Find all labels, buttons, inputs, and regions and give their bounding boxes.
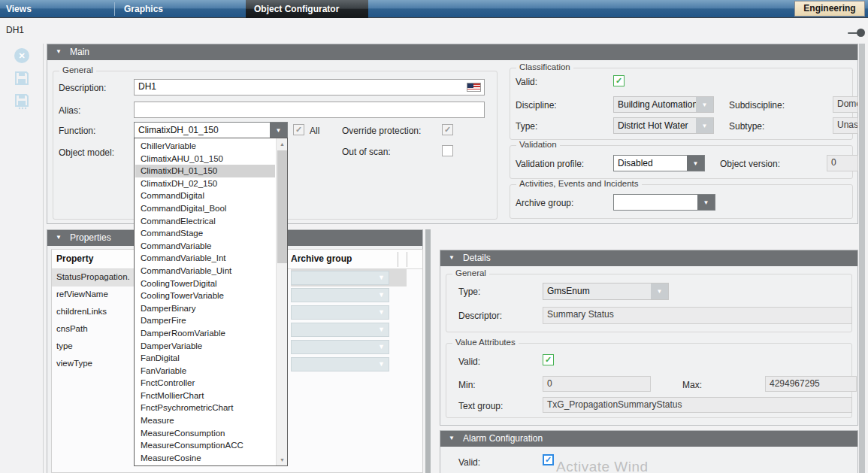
dropdown-item[interactable]: FnctMollierChart	[135, 390, 275, 402]
property-name-cell[interactable]: type	[52, 338, 136, 356]
dropdown-item[interactable]: CoolingTowerDigital	[135, 277, 275, 290]
archive-group-cell-combobox[interactable]: ▼	[291, 305, 389, 320]
tab-object-configurator[interactable]: Object Configurator	[246, 0, 368, 18]
dropdown-item[interactable]: CommandElectrical	[135, 215, 275, 228]
dropdown-item[interactable]: CoolingTowerVariable	[135, 290, 275, 302]
dropdown-item[interactable]: MeasureConsumptionACC	[135, 439, 275, 452]
type-combobox[interactable]: District Hot Water ▼	[613, 117, 714, 134]
collapse-icon: ▼	[449, 254, 455, 261]
chevron-down-icon: ▼	[697, 195, 715, 210]
dropdown-item[interactable]: DamperFire	[135, 314, 275, 327]
column-divider[interactable]	[407, 252, 407, 267]
object-version-field[interactable]: 0	[827, 155, 858, 171]
property-name-cell[interactable]: cnsPath	[52, 321, 136, 338]
property-name-cell[interactable]: StatusPropagation.	[52, 269, 136, 287]
dropdown-scrollbar[interactable]: ▲ ▼	[276, 138, 287, 465]
max-field[interactable]: 4294967295	[765, 376, 857, 392]
property-name-cell[interactable]: refViewName	[52, 287, 136, 304]
dropdown-item[interactable]: MeasureConsumption	[135, 427, 275, 440]
chevron-down-icon: ▼	[378, 360, 385, 368]
discard-icon[interactable]: ✕	[14, 48, 29, 63]
collapse-icon: ▼	[56, 234, 62, 241]
dropdown-item[interactable]: ChillerVariable	[135, 140, 275, 153]
dropdown-item[interactable]: DamperBinary	[135, 302, 275, 315]
panel-splitter[interactable]	[425, 229, 431, 473]
descriptor-label: Descriptor:	[458, 311, 502, 321]
section-title: Details	[463, 253, 491, 263]
description-input[interactable]: DH1	[134, 79, 485, 96]
scrollbar-thumb[interactable]	[277, 150, 287, 263]
alias-label: Alias:	[59, 105, 80, 116]
subdiscipline-combobox[interactable]: Dome	[833, 96, 858, 113]
archive-group-column-header[interactable]: Archive group	[291, 253, 352, 264]
override-protection-checkbox[interactable]: ✓	[442, 124, 453, 135]
dropdown-item[interactable]: FanVariable	[135, 365, 275, 377]
auto-hide-handle[interactable]	[857, 29, 865, 37]
dropdown-item[interactable]: ClimatixAHU_01_150	[135, 153, 275, 165]
out-of-scan-checkbox[interactable]	[442, 145, 453, 156]
archive-group-cell-combobox[interactable]: ▼	[291, 271, 389, 285]
dropdown-item[interactable]: ClimatixDH_02_150	[135, 177, 275, 190]
scroll-up-icon[interactable]: ▲	[277, 138, 288, 150]
dropdown-item[interactable]: CommandVariable_Uint	[135, 265, 275, 277]
toolbar-divider	[43, 44, 44, 473]
override-protection-label: Override protection:	[342, 126, 421, 136]
dropdown-item[interactable]: DamperVariable	[135, 340, 275, 353]
min-label: Min:	[458, 380, 476, 390]
alias-input[interactable]	[134, 102, 485, 118]
discipline-combobox[interactable]: Building Automation ▼	[613, 96, 714, 113]
details-section-header[interactable]: ▼ Details	[440, 250, 857, 266]
function-dropdown-list: ChillerVariableClimatixAHU_01_150Climati…	[135, 140, 275, 464]
archive-group-cell-combobox[interactable]: ▼	[291, 340, 389, 354]
property-column-header[interactable]: Property	[56, 253, 93, 264]
dropdown-item[interactable]: DamperRoomVariable	[135, 327, 275, 340]
descriptor-field[interactable]: Summary Status	[543, 307, 852, 324]
function-combobox[interactable]: ClimatixDH_01_150 ▼	[134, 122, 288, 138]
section-title: Properties	[70, 232, 111, 243]
object-model-label: Object model:	[59, 147, 114, 158]
scroll-down-icon[interactable]: ▼	[277, 454, 288, 465]
dropdown-item[interactable]: CommandDigital	[135, 190, 275, 202]
groupbox-legend: Validation	[516, 140, 560, 149]
main-section-header[interactable]: ▼ Main	[47, 44, 857, 60]
save-icon[interactable]	[14, 71, 29, 86]
dropdown-item[interactable]: CommandVariable	[135, 240, 275, 253]
groupbox-legend: Value Attributes	[452, 338, 519, 347]
dropdown-item[interactable]: CommandDigital_Bool	[135, 202, 275, 215]
dropdown-item[interactable]: Measure	[135, 414, 275, 427]
validation-profile-combobox[interactable]: Disabled ▼	[613, 155, 705, 171]
alarm-section-header[interactable]: ▼ Alarm Configuration	[440, 431, 857, 447]
property-name-cell[interactable]: childrenLinks	[52, 304, 136, 321]
classification-valid-checkbox[interactable]: ✓	[613, 75, 625, 86]
dropdown-item[interactable]: FnctPsychrometricChart	[135, 402, 275, 414]
dropdown-item[interactable]: FnctController	[135, 377, 275, 390]
text-group-field[interactable]: TxG_PropagationSummaryStatus	[543, 397, 852, 413]
save-as-icon[interactable]	[14, 93, 29, 110]
chevron-down-icon: ▼	[378, 274, 385, 281]
text-group-label: Text group:	[458, 401, 503, 411]
details-type-combobox[interactable]: GmsEnum ▼	[543, 283, 669, 300]
subtype-combobox[interactable]: Unass	[833, 117, 858, 134]
archive-group-cell-combobox[interactable]: ▼	[291, 288, 389, 302]
min-field[interactable]: 0	[543, 376, 651, 392]
section-title: Main	[70, 47, 89, 57]
property-name-cell[interactable]: viewType	[52, 356, 136, 373]
dropdown-item[interactable]: CommandVariable_Int	[135, 252, 275, 265]
archive-group-combobox[interactable]: ▼	[613, 194, 715, 211]
dropdown-item[interactable]: CommandStage	[135, 227, 275, 240]
tab-graphics[interactable]: Graphics	[124, 4, 163, 14]
groupbox-legend: Activities, Events and Incidents	[516, 179, 642, 188]
column-divider[interactable]	[398, 252, 398, 267]
value-valid-checkbox[interactable]: ✓	[543, 354, 554, 365]
tab-views[interactable]: Views	[6, 4, 32, 14]
dropdown-item[interactable]: ClimatixDH_01_150	[135, 165, 275, 177]
all-checkbox[interactable]: ✓	[293, 124, 304, 135]
archive-group-cell-combobox[interactable]: ▼	[291, 357, 389, 371]
alarm-configuration-panel: ▼ Alarm Configuration	[440, 430, 858, 473]
dropdown-item[interactable]: FanDigital	[135, 352, 275, 365]
archive-group-cell-combobox[interactable]: ▼	[291, 323, 389, 337]
engineering-mode-button[interactable]: Engineering	[794, 1, 865, 17]
dropdown-item[interactable]: MeasureCosine	[135, 452, 275, 465]
groupbox-legend: Classification	[516, 62, 573, 71]
alarm-valid-checkbox[interactable]: ✓	[543, 454, 554, 465]
